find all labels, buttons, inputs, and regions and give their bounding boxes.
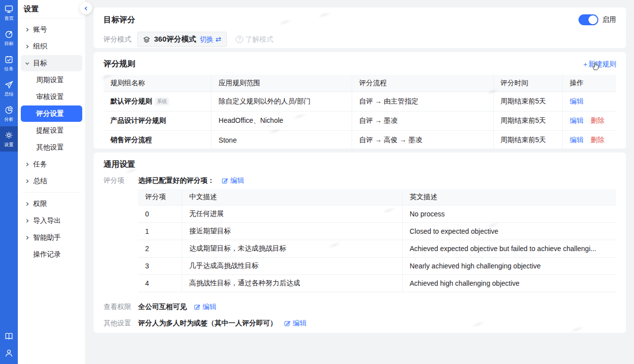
chevron-right-icon: [25, 44, 30, 49]
other-settings-value: 评分人为多人时为或签（其中一人评分即可）: [138, 319, 277, 328]
table-row: 默认评分规则系统 除自定义规则以外的人员/部门 自评 → 由主管指定 周期结束前…: [104, 92, 616, 111]
chevron-down-icon: [25, 61, 30, 66]
edit-link[interactable]: 编辑: [570, 116, 583, 125]
chevron-right-icon: [25, 162, 30, 167]
other-settings-label: 其他设置: [104, 319, 138, 328]
app-rail: 首页 目标 任务 总结 分析 设置: [0, 0, 18, 364]
goal-scoring-card: 目标评分 启用 评分模式 360评分模式 切换 ⇄ ? 了解模式: [94, 7, 626, 48]
rail-item-settings[interactable]: 设置: [0, 126, 18, 152]
swap-arrows-icon: ⇄: [215, 35, 221, 43]
rail-item-analytics[interactable]: 分析: [0, 101, 18, 126]
view-permission-row: 查看权限 全公司互相可见 编辑: [104, 303, 616, 312]
chevron-right-icon: [25, 218, 30, 223]
edit-link[interactable]: 编辑: [570, 136, 583, 145]
rail-item-label: 总结: [4, 91, 13, 98]
enable-toggle[interactable]: [579, 14, 598, 25]
sidebar-item-organization[interactable]: 组织: [21, 38, 82, 54]
score-table-header: 评分项 中文描述 英文描述: [138, 189, 616, 205]
rail-item-summary[interactable]: 总结: [0, 76, 18, 101]
table-row: 产品设计评分规则 HeadOffice、Nichole 自评 → 墨凌 周期结束…: [104, 111, 616, 130]
sidebar-item-scoring-settings[interactable]: 评分设置: [21, 105, 82, 122]
delete-link[interactable]: 删除: [590, 136, 604, 145]
card-title-goal-scoring: 目标评分: [104, 15, 135, 25]
pie-chart-icon: [4, 105, 14, 115]
question-circle-icon: ?: [236, 36, 243, 43]
toggle-knob: [588, 15, 597, 24]
sidebar-item-review-settings[interactable]: 审核设置: [21, 89, 82, 105]
score-item-text: 选择已配置好的评分项：: [138, 176, 214, 185]
card-title-scoring-rules: 评分规则: [104, 59, 135, 69]
sidebar-title: 设置: [18, 0, 85, 18]
mode-value: 360评分模式: [154, 35, 196, 44]
system-badge: 系统: [155, 98, 169, 105]
delete-link[interactable]: 删除: [590, 116, 604, 125]
chevron-left-icon: [84, 6, 89, 11]
sidebar-item-import-export[interactable]: 导入导出: [21, 212, 82, 229]
edit-link[interactable]: 编辑: [570, 97, 583, 106]
edit-score-items-button[interactable]: 编辑: [221, 176, 244, 185]
table-row: 销售评分流程 Stone 自评 → 高俊 → 墨凌 周期结束前5天 编辑删除: [104, 130, 616, 150]
sidebar-item-summary-group[interactable]: 总结: [21, 173, 82, 189]
rail-item-home[interactable]: 首页: [0, 0, 18, 25]
sidebar-collapse-button[interactable]: [80, 2, 92, 14]
general-settings-card: 通用设置 评分项 选择已配置好的评分项： 编辑 评分项 中文描述 英文描述 0 …: [94, 153, 626, 333]
gear-icon: [4, 130, 14, 140]
rail-item-tasks[interactable]: 任务: [0, 51, 18, 76]
rules-table: 规则组名称 应用规则范围 评分流程 评分时间 操作 默认评分规则系统 除自定义规…: [104, 75, 616, 150]
rail-item-label: 目标: [4, 41, 13, 47]
sidebar-item-operation-log[interactable]: 操作记录: [21, 246, 82, 262]
calendar-check-icon: [4, 54, 14, 64]
table-row: 1 接近期望目标 Closed to expected objective: [138, 222, 616, 240]
rail-item-label: 分析: [4, 116, 13, 123]
edit-other-settings-button[interactable]: 编辑: [284, 319, 307, 328]
table-row: 2 达成期望目标，未达成挑战目标 Achieved expected objec…: [138, 240, 616, 257]
table-row: 3 几乎达成高挑战性目标 Nearly achieved high challe…: [138, 257, 616, 274]
view-permission-value: 全公司互相可见: [138, 303, 187, 312]
sidebar-item-cycle-settings[interactable]: 周期设置: [21, 72, 82, 88]
chevron-right-icon: [25, 179, 30, 184]
target-icon: [4, 29, 14, 39]
score-items-table: 评分项 中文描述 英文描述 0 无任何进展 No process 1 接近期望目…: [138, 189, 616, 292]
sidebar-item-reminder-settings[interactable]: 提醒设置: [21, 122, 82, 139]
rail-item-label: 任务: [4, 66, 13, 72]
chevron-right-icon: [25, 235, 30, 240]
scoring-mode-pill: 360评分模式 切换 ⇄: [137, 32, 227, 47]
toggle-label: 启用: [602, 15, 616, 24]
edit-view-permission-button[interactable]: 编辑: [194, 303, 216, 312]
edit-pen-icon: [194, 304, 201, 311]
card-title-general-settings: 通用设置: [104, 159, 616, 170]
edit-pen-icon: [221, 177, 228, 184]
sidebar-item-goal-group[interactable]: 目标: [21, 55, 82, 71]
layers-icon: [143, 36, 151, 44]
home-icon: [4, 4, 14, 14]
new-rule-button[interactable]: +新建规则: [583, 60, 616, 69]
chevron-right-icon: [25, 202, 30, 207]
table-row: 0 无任何进展 No process: [138, 205, 616, 222]
paper-plane-icon: [4, 80, 14, 90]
sidebar-item-smart-assistant[interactable]: 智能助手: [21, 229, 82, 246]
sidebar-item-task-group[interactable]: 任务: [21, 156, 82, 172]
learn-mode-link[interactable]: ? 了解模式: [236, 35, 273, 44]
edit-pen-icon: [284, 320, 291, 327]
profile-icon[interactable]: [4, 348, 14, 358]
other-settings-row: 其他设置 评分人为多人时为或签（其中一人评分即可） 编辑: [104, 319, 616, 328]
rail-item-label: 首页: [4, 15, 13, 22]
rules-table-header: 规则组名称 应用规则范围 评分流程 评分时间 操作: [104, 75, 616, 92]
settings-sidebar: 设置 账号 组织 目标 周期设置 审核设置 评分设置 提醒设置 其他设置 任务 …: [18, 0, 86, 364]
chevron-right-icon: [25, 27, 30, 32]
plus-icon: +: [583, 60, 587, 68]
guide-book-icon[interactable]: [4, 331, 14, 341]
sidebar-item-permissions[interactable]: 权限: [21, 196, 82, 212]
main-content: 目标评分 启用 评分模式 360评分模式 切换 ⇄ ? 了解模式 评分规则 +新…: [86, 0, 634, 364]
rail-item-goals[interactable]: 目标: [0, 25, 18, 51]
switch-mode-link[interactable]: 切换 ⇄: [200, 35, 221, 44]
sidebar-item-other-settings[interactable]: 其他设置: [21, 139, 82, 156]
score-item-label: 评分项: [104, 176, 138, 185]
score-item-row: 评分项 选择已配置好的评分项： 编辑: [104, 176, 616, 185]
sidebar-item-account[interactable]: 账号: [21, 21, 82, 38]
table-row: 4 高挑战性目标，通过各种努力后达成 Achieved high challen…: [138, 274, 616, 292]
view-permission-label: 查看权限: [104, 303, 138, 312]
rail-item-label: 设置: [4, 142, 13, 148]
mode-label: 评分模式: [104, 35, 131, 44]
scoring-rules-card: 评分规则 +新建规则 规则组名称 应用规则范围 评分流程 评分时间 操作 默认评…: [94, 52, 626, 149]
